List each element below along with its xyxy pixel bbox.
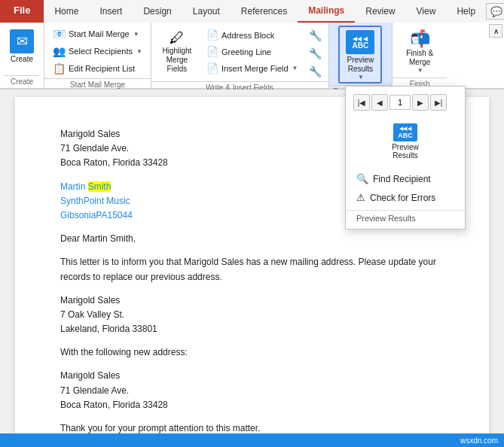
find-recipient-item[interactable]: 🔍 Find Recipient bbox=[346, 169, 465, 188]
new-city-line: Lakeland, Florida 33801 bbox=[60, 322, 444, 336]
tab-review[interactable]: Review bbox=[355, 0, 405, 23]
highlight-merge-fields-button[interactable]: 🖊 HighlightMerge Fields bbox=[156, 26, 198, 76]
next-record-button[interactable]: ▶ bbox=[412, 94, 429, 111]
find-recipient-label: Find Recipient bbox=[373, 174, 431, 184]
new-street2-line: 71 Glendale Ave. bbox=[60, 384, 444, 398]
record-number-input[interactable] bbox=[389, 95, 411, 110]
recipient-name: Martin Smith bbox=[60, 181, 111, 192]
file-tab[interactable]: File bbox=[0, 0, 44, 23]
edit-recipient-icon: 📋 bbox=[53, 62, 66, 74]
new-city2-line: Boca Raton, Florida 33428 bbox=[60, 398, 444, 412]
preview-results-chevron: ▼ bbox=[358, 74, 364, 81]
highlight-icon: 🖊 bbox=[170, 29, 185, 47]
select-recipients-label: Select Recipients bbox=[69, 47, 133, 56]
finish-group: 📬 Finish &Merge ▼ Finish bbox=[393, 23, 447, 88]
tab-home[interactable]: Home bbox=[44, 0, 89, 23]
finish-merge-label: Finish &Merge bbox=[406, 49, 433, 67]
collapse-ribbon-button[interactable]: ∧ bbox=[489, 24, 502, 38]
preview-nav-row: |◀ ◀ ▶ ▶| bbox=[346, 91, 465, 114]
create-group-label: Create bbox=[5, 75, 39, 88]
finish-merge-button[interactable]: 📬 Finish &Merge ▼ bbox=[399, 26, 441, 76]
finish-merge-chevron: ▼ bbox=[417, 67, 423, 74]
insert-merge-field-chevron: ▼ bbox=[292, 65, 298, 71]
preview-results-label: PreviewResults bbox=[347, 56, 374, 74]
select-recipients-button[interactable]: 👥 Select Recipients ▼ bbox=[49, 43, 146, 59]
start-mail-merge-button[interactable]: 📧 Start Mail Merge ▼ bbox=[49, 26, 146, 42]
recipient-name-highlighted: Smith bbox=[88, 181, 111, 192]
extra-icon-3: 🔧 bbox=[309, 65, 322, 78]
dropdown-preview-icon: ◀◀ ◀ ABC bbox=[393, 123, 417, 141]
preview-results-dropdown: |◀ ◀ ▶ ▶| ◀◀ ◀ ABC Preview Results 🔍 bbox=[345, 86, 466, 230]
start-mail-merge-icon: 📧 bbox=[53, 28, 66, 40]
bottom-bar: wsxdn.com bbox=[0, 433, 504, 447]
edit-recipient-list-button[interactable]: 📋 Edit Recipient List bbox=[49, 60, 146, 77]
tab-layout[interactable]: Layout bbox=[182, 0, 231, 23]
insert-merge-field-icon: 📄 bbox=[206, 62, 218, 74]
last-record-button[interactable]: ▶| bbox=[430, 94, 447, 111]
create-button[interactable]: ✉ Create bbox=[5, 26, 39, 67]
body2: With the following new address: bbox=[60, 345, 444, 360]
tab-insert[interactable]: Insert bbox=[89, 0, 133, 23]
tab-bar: Home Insert Design Layout References Mai… bbox=[44, 0, 504, 23]
insert-merge-field-label: Insert Merge Field bbox=[221, 64, 289, 73]
new-name-line: Marigold Sales bbox=[60, 293, 444, 308]
check-for-errors-item[interactable]: ⚠ Check for Errors bbox=[346, 188, 465, 207]
greeting-line-label: Greeting Line bbox=[221, 47, 271, 56]
start-mail-merge-label: Start Mail Merge bbox=[69, 29, 130, 38]
create-group: ✉ Create Create bbox=[0, 23, 44, 88]
greeting-line-icon: 📄 bbox=[206, 46, 218, 57]
comment-icon[interactable]: 💬 bbox=[486, 3, 504, 20]
address-block-label: Address Block bbox=[221, 31, 274, 40]
extra-btn-2[interactable]: 🔧 bbox=[307, 45, 324, 62]
recipient-company: SynthPoint Music bbox=[60, 196, 130, 206]
dropdown-preview-label: Preview Results bbox=[389, 143, 421, 160]
tab-mailings[interactable]: Mailings bbox=[298, 0, 355, 23]
highlight-label: HighlightMerge Fields bbox=[158, 47, 196, 74]
address-block-button[interactable]: 📄 Address Block bbox=[203, 27, 302, 43]
create-icon: ✉ bbox=[10, 29, 34, 53]
recipient-city: GibsoniaPA15044 bbox=[60, 210, 133, 220]
watermark: wsxdn.com bbox=[460, 436, 498, 445]
insert-merge-field-button[interactable]: 📄 Insert Merge Field ▼ bbox=[203, 60, 302, 76]
new-street-line: 7 Oak Valley St. bbox=[60, 308, 444, 322]
body1: This letter is to inform you that Marigo… bbox=[60, 255, 444, 284]
preview-results-group: ◀◀ ◀ ABC PreviewResults ▼ Preview Result… bbox=[329, 23, 393, 88]
first-record-button[interactable]: |◀ bbox=[353, 94, 370, 111]
edit-recipient-label: Edit Recipient List bbox=[69, 64, 135, 73]
create-label: Create bbox=[11, 55, 33, 63]
dropdown-preview-section: ◀◀ ◀ ABC Preview Results bbox=[346, 117, 465, 166]
salutation: Dear Martin Smith, bbox=[60, 232, 444, 246]
address-block-icon: 📄 bbox=[206, 29, 218, 41]
select-recipients-chevron: ▼ bbox=[136, 48, 142, 55]
finish-merge-icon: 📬 bbox=[410, 29, 430, 49]
tab-view[interactable]: View bbox=[406, 0, 447, 23]
dropdown-preview-button[interactable]: ◀◀ ◀ ABC Preview Results bbox=[386, 120, 425, 163]
start-mail-merge-group: 📧 Start Mail Merge ▼ 👥 Select Recipients… bbox=[44, 23, 151, 88]
greeting-line-button[interactable]: 📄 Greeting Line bbox=[203, 44, 302, 59]
extra-btn-3[interactable]: 🔧 bbox=[307, 63, 324, 80]
write-insert-group: 🖊 HighlightMerge Fields 📄 Address Block … bbox=[151, 23, 329, 88]
find-recipient-icon: 🔍 bbox=[356, 173, 368, 184]
extra-icon-1: 🔧 bbox=[309, 29, 322, 41]
preview-results-icon: ◀◀ ◀ ABC bbox=[346, 30, 374, 54]
select-recipients-icon: 👥 bbox=[53, 45, 66, 57]
recipient-name-text: Martin bbox=[60, 181, 88, 192]
new-name2-line: Marigold Sales bbox=[60, 369, 444, 383]
prev-record-button[interactable]: ◀ bbox=[371, 94, 388, 111]
check-errors-icon: ⚠ bbox=[356, 192, 365, 203]
start-mail-merge-chevron: ▼ bbox=[133, 31, 139, 38]
tab-references[interactable]: References bbox=[231, 0, 298, 23]
ribbon: File Home Insert Design Layout Reference… bbox=[0, 0, 504, 90]
extra-btn-1[interactable]: 🔧 bbox=[307, 27, 324, 44]
dropdown-section-label: Preview Results bbox=[346, 210, 465, 224]
check-errors-label: Check for Errors bbox=[370, 193, 435, 203]
extra-icon-2: 🔧 bbox=[309, 47, 322, 59]
preview-results-button[interactable]: ◀◀ ◀ ABC PreviewResults ▼ bbox=[338, 26, 382, 84]
tab-help[interactable]: Help bbox=[446, 0, 486, 23]
tab-design[interactable]: Design bbox=[133, 0, 182, 23]
